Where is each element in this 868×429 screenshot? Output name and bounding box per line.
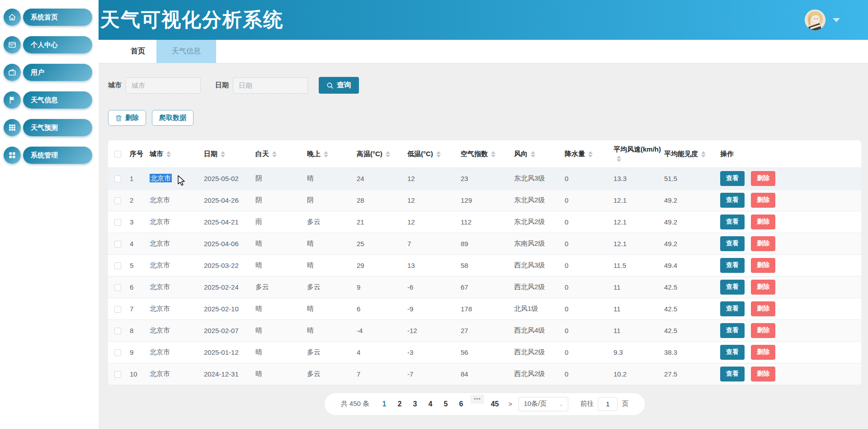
- page-size-value: 10条/页: [524, 400, 547, 408]
- content-area: 城市 日期 查询 删除: [99, 63, 868, 429]
- column-header[interactable]: 高温(°C): [356, 140, 406, 167]
- page-number-6[interactable]: 6: [453, 400, 469, 408]
- sort-caret-icon[interactable]: [221, 151, 225, 157]
- sort-caret-icon[interactable]: [491, 151, 495, 157]
- page-number-5[interactable]: 5: [438, 400, 453, 408]
- delete-button[interactable]: 删除: [751, 171, 775, 186]
- column-header[interactable]: 风向: [513, 140, 564, 167]
- page-number-3[interactable]: 3: [407, 400, 423, 408]
- sidebar-item-label: 个人中心: [23, 36, 92, 53]
- view-button[interactable]: 查看: [720, 236, 745, 251]
- view-button[interactable]: 查看: [720, 280, 745, 295]
- sidebar-item-profile[interactable]: 个人中心: [4, 36, 92, 54]
- city-input[interactable]: [126, 77, 201, 94]
- sort-caret-icon[interactable]: [166, 151, 171, 157]
- row-checkbox[interactable]: [114, 284, 121, 291]
- delete-button[interactable]: 删除: [751, 214, 775, 229]
- column-header[interactable]: 城市: [149, 140, 203, 167]
- cell-date: 2025-02-07: [203, 319, 255, 341]
- view-button[interactable]: 查看: [720, 258, 745, 273]
- table-row[interactable]: 7 北京市 2025-02-10 晴 晴 6 -9 178 北风1级 0 11 …: [108, 298, 861, 319]
- avatar[interactable]: [805, 10, 826, 30]
- tab-weather-info[interactable]: 天气信息: [156, 40, 216, 63]
- column-header[interactable]: 日期: [203, 140, 255, 167]
- crawl-data-button[interactable]: 爬取数据: [152, 110, 193, 126]
- delete-button[interactable]: 删除: [751, 345, 775, 360]
- column-header[interactable]: 降水量: [564, 140, 613, 167]
- cell-actions: 查看 删除: [719, 211, 861, 233]
- sort-caret-icon[interactable]: [588, 151, 593, 157]
- table-row[interactable]: 10 北京市 2024-12-31 晴 多云 7 -7 84 西北风2级 0 1…: [108, 363, 861, 385]
- sort-caret-icon[interactable]: [531, 151, 535, 157]
- delete-button[interactable]: 删除: [751, 301, 775, 316]
- column-header[interactable]: 平均能见度: [663, 140, 719, 167]
- row-checkbox[interactable]: [114, 241, 121, 248]
- delete-button[interactable]: 删除: [751, 367, 775, 381]
- row-checkbox[interactable]: [114, 349, 121, 356]
- view-button[interactable]: 查看: [720, 323, 745, 338]
- table-row[interactable]: 6 北京市 2025-02-24 多云 多云 9 -6 67 西北风2级 0 1…: [108, 276, 861, 298]
- column-header[interactable]: 晚上: [306, 140, 356, 167]
- cell-speed: 9.3: [613, 341, 663, 363]
- pagination-last-page[interactable]: 45: [486, 400, 504, 408]
- sort-caret-icon[interactable]: [324, 151, 328, 157]
- row-checkbox[interactable]: [114, 197, 121, 204]
- view-button[interactable]: 查看: [720, 345, 745, 360]
- view-button[interactable]: 查看: [720, 367, 745, 381]
- column-header[interactable]: 白天: [255, 140, 306, 167]
- row-checkbox[interactable]: [114, 262, 121, 269]
- row-checkbox[interactable]: [114, 219, 121, 226]
- view-button[interactable]: 查看: [720, 193, 745, 208]
- user-menu[interactable]: [805, 10, 840, 30]
- table-row[interactable]: 3 北京市 2025-04-21 雨 多云 21 12 112 东北风2级 0 …: [108, 211, 861, 233]
- row-checkbox[interactable]: [114, 328, 121, 334]
- page-number-1[interactable]: 1: [377, 400, 392, 408]
- sort-caret-icon[interactable]: [701, 151, 706, 157]
- sort-caret-icon[interactable]: [386, 151, 390, 157]
- pagination-next-button[interactable]: >: [509, 400, 513, 408]
- cell-air: 178: [460, 298, 513, 319]
- date-input[interactable]: [233, 77, 308, 94]
- row-checkbox[interactable]: [114, 371, 121, 378]
- delete-button[interactable]: 删除: [751, 193, 775, 208]
- delete-button[interactable]: 删除: [751, 323, 775, 338]
- cell-rain: 0: [564, 298, 613, 319]
- sort-caret-icon[interactable]: [272, 151, 277, 157]
- sort-caret-icon[interactable]: [436, 151, 441, 157]
- cell-night: 晴: [306, 167, 356, 189]
- table-row[interactable]: 4 北京市 2025-04-06 晴 晴 25 7 89 东南风2级 0 12.…: [108, 233, 861, 254]
- column-header[interactable]: 平均风速(km/h): [613, 140, 663, 167]
- chevron-down-icon[interactable]: [833, 18, 840, 22]
- sidebar-item-weather-forecast[interactable]: 天气预测: [4, 119, 92, 137]
- sidebar-item-users[interactable]: 用户: [4, 63, 92, 81]
- page-number-4[interactable]: 4: [423, 400, 438, 408]
- table-row[interactable]: 1 北京市 2025-05-02 阴 晴 24 12 23 东北风3级 0 13…: [108, 167, 861, 189]
- sort-caret-icon[interactable]: [617, 156, 621, 162]
- column-header[interactable]: 低温(°C): [406, 140, 460, 167]
- select-all-checkbox[interactable]: [114, 151, 121, 157]
- goto-page-input[interactable]: [598, 397, 618, 411]
- row-checkbox[interactable]: [114, 306, 121, 313]
- tab-home[interactable]: 首页: [119, 40, 156, 63]
- table-row[interactable]: 5 北京市 2025-03-22 晴 晴 29 13 58 西北风3级 0 11…: [108, 254, 861, 276]
- delete-button[interactable]: 删除: [751, 236, 775, 251]
- page-size-select[interactable]: 10条/页 ⌄: [519, 397, 568, 411]
- sidebar-item-system-admin[interactable]: 系统管理: [4, 146, 92, 164]
- sidebar-item-home[interactable]: 系统首页: [4, 8, 92, 26]
- delete-button[interactable]: 删除: [751, 280, 775, 295]
- view-button[interactable]: 查看: [720, 214, 745, 229]
- batch-delete-button[interactable]: 删除: [108, 110, 146, 126]
- column-header[interactable]: 空气指数: [460, 140, 513, 167]
- table-row[interactable]: 8 北京市 2025-02-07 晴 晴 -4 -12 27 西北风4级 0 1…: [108, 319, 861, 341]
- delete-button[interactable]: 删除: [751, 258, 775, 273]
- table-row[interactable]: 9 北京市 2025-01-12 晴 多云 4 -3 56 西北风2级 0 9.…: [108, 341, 861, 363]
- pagination-more-button[interactable]: •••: [471, 395, 484, 404]
- cell-high: 25: [356, 233, 406, 254]
- view-button[interactable]: 查看: [720, 171, 745, 186]
- table-row[interactable]: 2 北京市 2025-04-26 阴 阴 28 12 129 东北风2级 0 1…: [108, 189, 861, 211]
- view-button[interactable]: 查看: [720, 301, 745, 316]
- sidebar-item-weather-info[interactable]: 天气信息: [4, 91, 92, 109]
- row-checkbox[interactable]: [114, 176, 121, 182]
- query-button[interactable]: 查询: [319, 77, 359, 94]
- page-number-2[interactable]: 2: [392, 400, 407, 408]
